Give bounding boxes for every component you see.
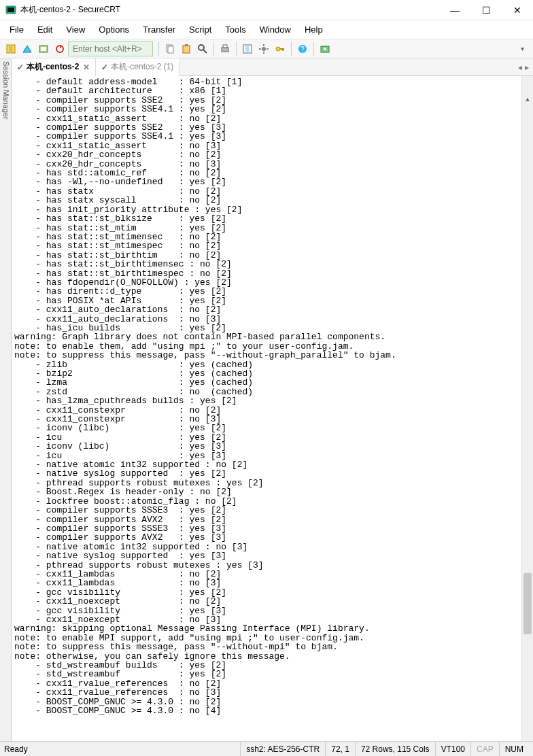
- status-cap: CAP: [470, 742, 499, 756]
- tab-next-icon[interactable]: ▸: [525, 63, 529, 72]
- toolbar-overflow-icon[interactable]: ▾: [515, 42, 529, 56]
- menu-bar: File Edit View Options Transfer Script T…: [0, 20, 533, 39]
- title-bar: 本机-centos-2 - SecureCRT — ☐ ✕: [0, 0, 533, 20]
- session-manager-panel[interactable]: Session Manager: [0, 58, 12, 741]
- svg-rect-10: [185, 44, 188, 46]
- status-bar: Ready ssh2: AES-256-CTR 72, 1 72 Rows, 1…: [0, 741, 533, 756]
- menu-help[interactable]: Help: [298, 22, 330, 37]
- vertical-scrollbar[interactable]: ▲ ▼: [521, 76, 533, 741]
- scroll-up-icon[interactable]: ▲: [522, 94, 533, 106]
- tab-session-2[interactable]: ✓ 本机-centos-2 (1): [96, 58, 179, 76]
- svg-rect-2: [7, 45, 10, 53]
- menu-tools[interactable]: Tools: [218, 22, 252, 37]
- tab-strip: ✓ 本机-centos-2 ✕ ✓ 本机-centos-2 (1) ◂ ▸: [12, 58, 533, 76]
- svg-rect-13: [222, 48, 228, 52]
- reconnect-icon[interactable]: [53, 42, 67, 56]
- print-icon[interactable]: [218, 42, 232, 56]
- check-icon: ✓: [101, 63, 108, 72]
- svg-rect-1: [7, 7, 14, 12]
- key-icon[interactable]: [273, 42, 287, 56]
- svg-point-19: [262, 47, 266, 51]
- svg-point-24: [276, 47, 280, 51]
- properties-icon[interactable]: [241, 42, 254, 56]
- check-icon: ✓: [17, 63, 24, 72]
- svg-rect-8: [168, 46, 173, 53]
- host-input[interactable]: [68, 41, 153, 56]
- copy-icon[interactable]: [163, 42, 177, 56]
- svg-point-11: [199, 45, 204, 50]
- terminal-output[interactable]: - default address-model : 64-bit [1] - d…: [12, 76, 533, 741]
- status-ready: Ready: [4, 742, 33, 756]
- maximize-button[interactable]: ☐: [470, 0, 502, 20]
- svg-rect-5: [41, 47, 46, 51]
- help-icon[interactable]: ?: [296, 42, 309, 56]
- sftp-icon[interactable]: [318, 42, 332, 56]
- minimize-button[interactable]: —: [439, 0, 470, 20]
- status-cursor: 72, 1: [325, 742, 355, 756]
- window-title: 本机-centos-2 - SecureCRT: [20, 4, 439, 16]
- svg-line-12: [203, 50, 207, 53]
- status-emulation: VT100: [435, 742, 470, 756]
- menu-file[interactable]: File: [3, 22, 31, 37]
- menu-transfer[interactable]: Transfer: [136, 22, 182, 37]
- tab-close-icon[interactable]: ✕: [83, 63, 90, 72]
- connect-in-tab-icon[interactable]: [37, 42, 50, 56]
- status-size: 72 Rows, 115 Cols: [355, 742, 435, 756]
- svg-rect-9: [183, 46, 190, 53]
- paste-icon[interactable]: [179, 42, 193, 56]
- close-button[interactable]: ✕: [502, 0, 533, 20]
- svg-text:?: ?: [300, 46, 305, 53]
- menu-options[interactable]: Options: [92, 22, 136, 37]
- quick-connect-icon[interactable]: [20, 42, 34, 56]
- menu-window[interactable]: Window: [253, 22, 298, 37]
- tab-session-1[interactable]: ✓ 本机-centos-2 ✕: [12, 58, 96, 76]
- tab-label: 本机-centos-2 (1): [111, 61, 173, 73]
- settings-icon[interactable]: [257, 42, 271, 56]
- tab-label: 本机-centos-2: [27, 61, 79, 73]
- status-ssh: ssh2: AES-256-CTR: [240, 742, 325, 756]
- menu-view[interactable]: View: [59, 22, 92, 37]
- svg-rect-3: [12, 45, 15, 53]
- app-icon: [5, 5, 16, 16]
- svg-rect-14: [223, 45, 227, 48]
- tab-prev-icon[interactable]: ◂: [518, 63, 522, 72]
- status-num: NUM: [499, 742, 529, 756]
- session-manager-icon[interactable]: [4, 42, 18, 56]
- menu-script[interactable]: Script: [182, 22, 218, 37]
- scroll-thumb[interactable]: [523, 573, 532, 634]
- find-icon[interactable]: [196, 42, 209, 56]
- menu-edit[interactable]: Edit: [31, 22, 59, 37]
- toolbar: ? ▾: [0, 39, 533, 58]
